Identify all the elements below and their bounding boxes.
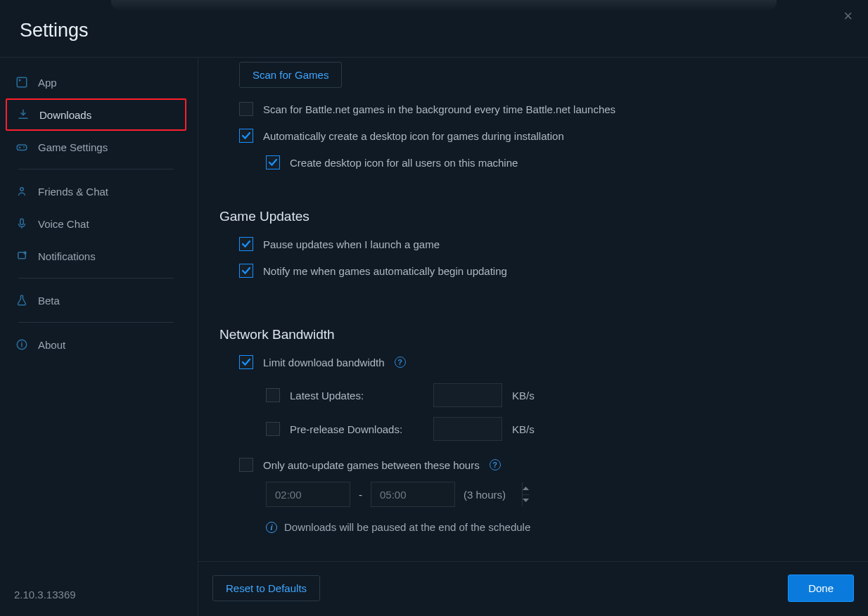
- svg-point-1: [19, 79, 21, 82]
- main-panel: Scan for Games Scan for Battle.net games…: [198, 58, 868, 616]
- checkbox-schedule[interactable]: [239, 458, 253, 472]
- sidebar-divider: [18, 278, 174, 278]
- sidebar-divider: [18, 322, 174, 323]
- option-label: Create desktop icon for all users on thi…: [290, 157, 518, 169]
- time-from[interactable]: [266, 482, 350, 507]
- scan-for-games-button[interactable]: Scan for Games: [239, 62, 342, 88]
- info-icon: [15, 338, 28, 351]
- svg-rect-2: [17, 145, 27, 150]
- option-label: Notify me when games automatically begin…: [263, 265, 507, 277]
- reset-defaults-button[interactable]: Reset to Defaults: [212, 575, 320, 601]
- option-label: Pause updates when I launch a game: [263, 238, 440, 250]
- sidebar-item-label: App: [38, 77, 57, 89]
- done-button[interactable]: Done: [788, 575, 854, 602]
- option-label: Limit download bandwidth: [263, 357, 385, 368]
- sidebar-item-label: Notifications: [38, 250, 96, 262]
- sidebar-divider: [18, 169, 174, 169]
- info-text: Downloads will be paused at the end of t…: [284, 521, 530, 533]
- svg-point-7: [23, 251, 27, 255]
- settings-header: Settings ×: [0, 0, 868, 58]
- app-icon: [15, 76, 28, 89]
- svg-point-4: [20, 188, 24, 191]
- option-label: Latest Updates:: [290, 390, 423, 402]
- flask-icon: [15, 294, 28, 307]
- checkbox-limit-bandwidth[interactable]: [239, 355, 253, 369]
- option-label: Pre-release Downloads:: [290, 423, 423, 435]
- option-label: Automatically create a desktop icon for …: [263, 130, 564, 142]
- time-separator: -: [359, 489, 362, 501]
- gamepad-icon: [15, 141, 28, 153]
- sidebar-item-downloads[interactable]: Downloads: [6, 98, 186, 131]
- svg-point-3: [23, 146, 25, 148]
- option-label: Scan for Battle.net games in the backgro…: [263, 103, 615, 115]
- checkbox-notify-updates[interactable]: [239, 264, 253, 278]
- checkbox-desktop-icon[interactable]: [239, 129, 253, 143]
- checkbox-scan-background[interactable]: [239, 102, 253, 116]
- sidebar-item-app[interactable]: App: [6, 66, 186, 98]
- section-heading-bandwidth: Network Bandwidth: [219, 327, 868, 342]
- svg-rect-5: [20, 219, 24, 224]
- page-title: Settings: [20, 20, 868, 41]
- checkbox-latest-updates[interactable]: [266, 388, 280, 402]
- close-button[interactable]: ×: [838, 4, 858, 28]
- time-to[interactable]: [371, 482, 455, 507]
- checkbox-pause-updates[interactable]: [239, 237, 253, 251]
- spinner-down[interactable]: [523, 495, 529, 507]
- sidebar-item-beta[interactable]: Beta: [6, 284, 186, 316]
- sidebar-item-voice-chat[interactable]: Voice Chat: [6, 207, 186, 240]
- sidebar-item-label: Game Settings: [38, 141, 108, 153]
- unit-label: KB/s: [512, 423, 535, 435]
- download-icon: [17, 108, 30, 121]
- info-icon: i: [266, 522, 277, 533]
- sidebar-item-friends-chat[interactable]: Friends & Chat: [6, 175, 186, 207]
- content-scroll[interactable]: Scan for Games Scan for Battle.net games…: [198, 58, 868, 561]
- help-icon[interactable]: ?: [490, 459, 501, 470]
- sidebar-item-label: Downloads: [39, 109, 91, 121]
- friends-icon: [15, 185, 28, 198]
- unit-label: KB/s: [512, 390, 535, 402]
- spinner-up[interactable]: [523, 482, 529, 495]
- sidebar-item-label: Beta: [38, 295, 60, 307]
- section-heading-game-updates: Game Updates: [219, 209, 868, 224]
- prerelease-input[interactable]: [433, 417, 502, 441]
- sidebar-item-label: Voice Chat: [38, 218, 89, 230]
- sidebar-item-game-settings[interactable]: Game Settings: [6, 131, 186, 163]
- footer: Reset to Defaults Done: [198, 561, 868, 616]
- sidebar-scroll: App Downloads Game Settings Friends & Ch…: [0, 58, 198, 589]
- notification-icon: [15, 250, 28, 262]
- microphone-icon: [15, 217, 28, 230]
- help-icon[interactable]: ?: [395, 357, 406, 368]
- duration-label: (3 hours): [464, 489, 506, 501]
- checkbox-prerelease[interactable]: [266, 422, 280, 436]
- sidebar-item-about[interactable]: About: [6, 328, 186, 361]
- option-label: Only auto-update games between these hou…: [263, 459, 480, 471]
- window-topbar: [111, 0, 777, 11]
- spinner[interactable]: [522, 482, 529, 506]
- version-label: 2.10.3.13369: [0, 589, 198, 616]
- svg-rect-0: [17, 77, 27, 87]
- sidebar-item-notifications[interactable]: Notifications: [6, 240, 186, 272]
- main-container: App Downloads Game Settings Friends & Ch…: [0, 58, 868, 616]
- checkbox-desktop-icon-all[interactable]: [266, 155, 280, 169]
- sidebar-item-label: Friends & Chat: [38, 186, 108, 198]
- sidebar: App Downloads Game Settings Friends & Ch…: [0, 58, 198, 616]
- latest-updates-input[interactable]: [433, 383, 502, 407]
- sidebar-item-label: About: [38, 339, 65, 351]
